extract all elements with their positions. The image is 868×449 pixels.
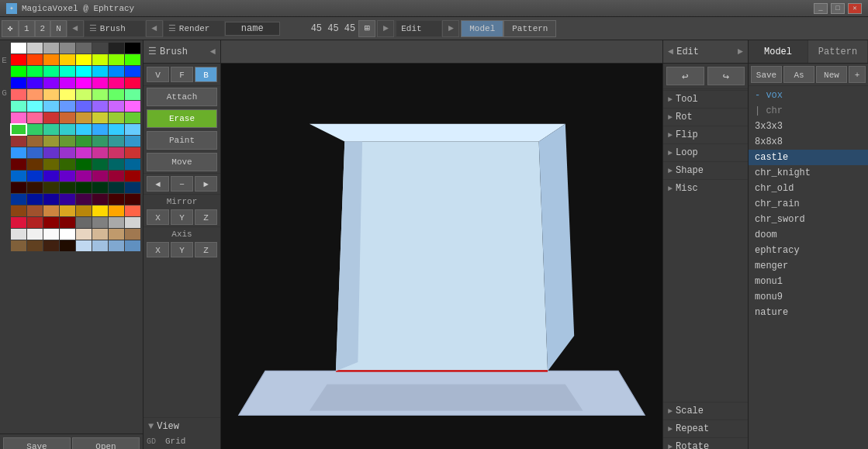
color-cell-51[interactable] [60,112,75,123]
color-cell-91[interactable] [60,171,75,181]
erase-tool-button[interactable]: Erase [147,109,217,128]
color-cell-35[interactable] [60,89,75,100]
minimize-button[interactable]: _ [814,3,828,14]
color-cell-59[interactable] [60,124,75,135]
model-tab-button[interactable]: Model [461,20,503,37]
brush-section-arrow[interactable]: ◄ [146,20,163,37]
color-cell-137[interactable] [27,240,43,251]
color-cell-111[interactable] [125,194,140,205]
color-cell-14[interactable] [109,54,124,65]
color-cell-16[interactable] [11,66,26,77]
color-cell-103[interactable] [125,182,140,193]
color-cell-68[interactable] [76,136,92,147]
color-cell-7[interactable] [125,43,140,54]
color-cell-62[interactable] [109,124,124,135]
palette-open-button[interactable]: Open [72,437,140,449]
color-cell-139[interactable] [60,240,75,251]
color-cell-52[interactable] [76,112,92,123]
color-cell-122[interactable] [43,217,59,228]
color-cell-55[interactable] [125,112,140,123]
color-cell-15[interactable] [125,54,140,65]
model-list-item-9[interactable]: doom [749,227,868,243]
scale-section[interactable]: ► Scale [663,403,748,419]
brush-decrease-button[interactable]: ◄ [147,176,169,192]
color-cell-70[interactable] [109,136,124,147]
model-list-item-5[interactable]: chr_knight [749,165,868,181]
color-cell-0[interactable] [11,43,26,54]
color-cell-79[interactable] [125,147,140,158]
color-cell-63[interactable] [125,124,140,135]
color-cell-13[interactable] [92,54,108,65]
pattern-tab-button[interactable]: Pattern [503,20,556,37]
color-cell-76[interactable] [76,147,92,158]
color-cell-78[interactable] [109,147,124,158]
model-list-item-0[interactable]: - vox [749,88,868,103]
color-cell-102[interactable] [109,182,124,193]
color-cell-60[interactable] [76,124,92,135]
window-controls[interactable]: _ □ ✕ [814,3,862,14]
brush-mode-v[interactable]: V [147,67,169,82]
color-cell-71[interactable] [125,136,140,147]
color-cell-66[interactable] [43,136,59,147]
color-cell-116[interactable] [76,206,92,216]
brush-mode-b[interactable]: B [195,67,217,82]
color-cell-93[interactable] [92,171,108,181]
color-cell-17[interactable] [27,66,43,77]
color-cell-54[interactable] [109,112,124,123]
model-list-item-7[interactable]: chr_rain [749,196,868,212]
color-cell-88[interactable] [11,171,26,181]
color-cell-11[interactable] [60,54,75,65]
axis-x-button[interactable]: X [147,242,169,257]
color-cell-29[interactable] [92,78,108,88]
color-cell-124[interactable] [76,217,92,228]
color-cell-110[interactable] [109,194,124,205]
misc-section[interactable]: ► Misc [663,181,748,196]
pattern-tab[interactable]: Pattern [808,40,868,63]
color-cell-75[interactable] [60,147,75,158]
color-cell-39[interactable] [125,89,140,100]
color-cell-96[interactable] [11,182,26,193]
color-cell-43[interactable] [60,101,75,112]
color-cell-32[interactable] [11,89,26,100]
color-cell-27[interactable] [60,78,75,88]
rotate-section[interactable]: ► Rotate [663,439,748,449]
color-cell-80[interactable] [11,159,26,170]
redo-button[interactable]: ↪ [707,67,745,85]
color-cell-10[interactable] [43,54,59,65]
color-cell-67[interactable] [60,136,75,147]
model-save-as-button[interactable]: As [783,66,814,83]
crosshair-button[interactable]: ✤ [2,20,19,37]
color-cell-46[interactable] [109,101,124,112]
loop-section[interactable]: ► Loop [663,145,748,161]
color-cell-106[interactable] [43,194,59,205]
color-cell-141[interactable] [92,240,108,251]
color-cell-53[interactable] [92,112,108,123]
color-cell-95[interactable] [125,171,140,181]
color-cell-135[interactable] [125,229,140,240]
color-cell-108[interactable] [76,194,92,205]
right-nav-arrow[interactable]: ► [377,20,394,37]
color-cell-113[interactable] [27,206,43,216]
color-cell-100[interactable] [76,182,92,193]
color-cell-26[interactable] [43,78,59,88]
color-cell-50[interactable] [43,112,59,123]
model-list-item-6[interactable]: chr_old [749,181,868,196]
move-tool-button[interactable]: Move [147,153,217,171]
color-cell-97[interactable] [27,182,43,193]
tab-1-button[interactable]: 1 [19,20,35,37]
color-cell-18[interactable] [43,66,59,77]
color-cell-30[interactable] [109,78,124,88]
model-list-item-8[interactable]: chr_sword [749,212,868,227]
color-cell-23[interactable] [125,66,140,77]
color-cell-118[interactable] [109,206,124,216]
color-cell-101[interactable] [92,182,108,193]
model-list-item-12[interactable]: monu1 [749,274,868,289]
edit-section-arrow[interactable]: ► [442,20,459,37]
color-cell-126[interactable] [109,217,124,228]
color-cell-74[interactable] [43,147,59,158]
color-cell-3[interactable] [60,43,75,54]
color-cell-5[interactable] [92,43,108,54]
color-cell-38[interactable] [109,89,124,100]
color-cell-49[interactable] [27,112,43,123]
color-cell-61[interactable] [92,124,108,135]
